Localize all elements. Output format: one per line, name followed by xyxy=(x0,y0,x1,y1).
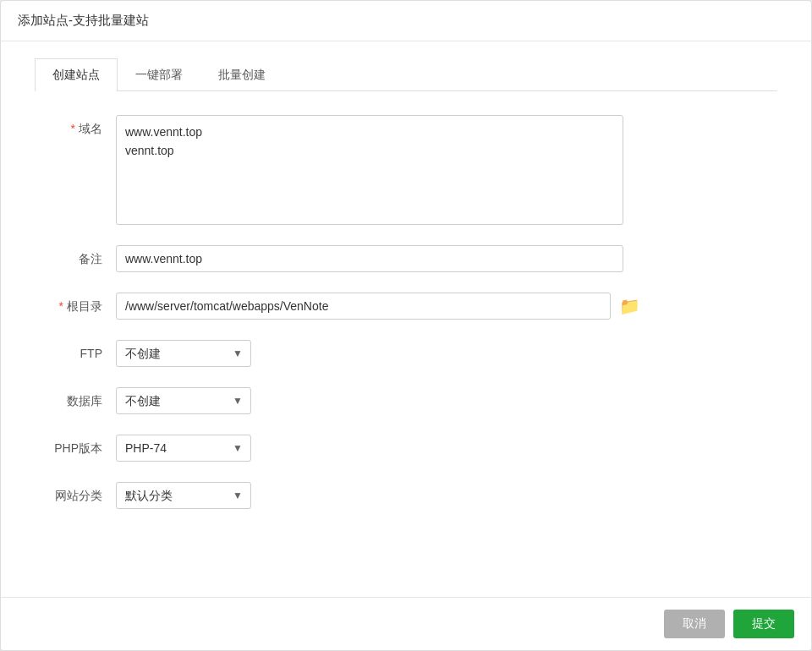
modal-footer: 取消 提交 xyxy=(1,597,811,650)
php-group: PHP版本 PHP-74 PHP-73 PHP-72 PHP-56 ▼ xyxy=(35,435,777,462)
modal-container: 添加站点-支持批量建站 创建站点 一键部署 批量创建 *域名 www.vennt… xyxy=(0,0,812,651)
root-dir-input[interactable] xyxy=(116,293,611,320)
root-dir-group: *根目录 📁 xyxy=(35,293,777,320)
site-category-select[interactable]: 默认分类 xyxy=(116,482,251,509)
ftp-group: FTP 不创建 创建 ▼ xyxy=(35,340,777,367)
tabs: 创建站点 一键部署 批量创建 xyxy=(35,58,777,91)
php-select[interactable]: PHP-74 PHP-73 PHP-72 PHP-56 xyxy=(116,435,251,462)
remark-group: 备注 xyxy=(35,245,777,272)
tab-create-site[interactable]: 创建站点 xyxy=(35,58,118,91)
domain-input[interactable]: www.vennt.top vennt.top xyxy=(116,115,623,225)
site-category-select-wrapper: 默认分类 ▼ xyxy=(116,482,251,509)
site-category-group: 网站分类 默认分类 ▼ xyxy=(35,482,777,509)
db-select-wrapper: 不创建 创建 ▼ xyxy=(116,387,251,414)
remark-label: 备注 xyxy=(35,245,102,267)
tab-one-click-deploy[interactable]: 一键部署 xyxy=(118,58,200,91)
domain-required-mark: * xyxy=(71,122,75,135)
db-label: 数据库 xyxy=(35,387,102,409)
db-group: 数据库 不创建 创建 ▼ xyxy=(35,387,777,414)
tab-batch-create[interactable]: 批量创建 xyxy=(200,58,283,91)
db-select[interactable]: 不创建 创建 xyxy=(116,387,251,414)
root-dir-wrapper: 📁 xyxy=(116,293,640,320)
modal-title: 添加站点-支持批量建站 xyxy=(18,13,149,27)
remark-input[interactable] xyxy=(116,245,623,272)
folder-icon[interactable]: 📁 xyxy=(619,296,640,316)
modal-body: 创建站点 一键部署 批量创建 *域名 www.vennt.top vennt.t… xyxy=(1,41,811,597)
domain-group: *域名 www.vennt.top vennt.top xyxy=(35,115,777,225)
modal-header: 添加站点-支持批量建站 xyxy=(1,1,811,41)
ftp-select[interactable]: 不创建 创建 xyxy=(116,340,251,367)
php-label: PHP版本 xyxy=(35,435,102,457)
cancel-button[interactable]: 取消 xyxy=(664,610,725,638)
ftp-label: FTP xyxy=(35,340,102,360)
site-category-label: 网站分类 xyxy=(35,482,102,504)
root-required-mark: * xyxy=(59,299,63,313)
ftp-select-wrapper: 不创建 创建 ▼ xyxy=(116,340,251,367)
root-label: *根目录 xyxy=(35,293,102,315)
php-select-wrapper: PHP-74 PHP-73 PHP-72 PHP-56 ▼ xyxy=(116,435,251,462)
domain-label: *域名 xyxy=(35,115,102,137)
submit-button[interactable]: 提交 xyxy=(733,610,794,638)
